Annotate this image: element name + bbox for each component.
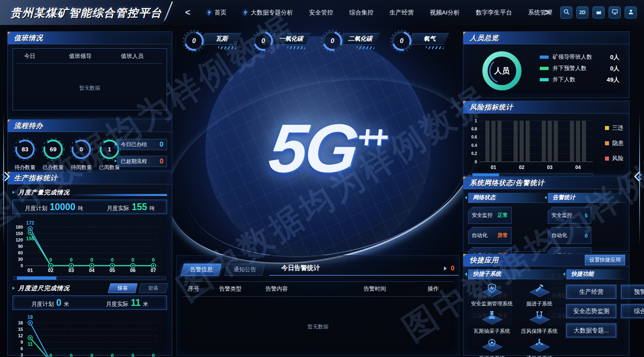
alarm-tab-告警信息[interactable]: 告警信息: [181, 264, 221, 276]
nav-item-label: 综合集控: [349, 9, 374, 17]
output-subheader: 月度产量完成情况: [12, 188, 167, 197]
legend-chip: [605, 126, 609, 130]
line-chart-svg: 0306090120150180010203040506071721550000…: [11, 217, 164, 274]
quick-function-大数据专题...[interactable]: 大数据专题...: [566, 324, 616, 337]
todo-ring-value: 69: [50, 146, 57, 153]
quick-function-综合集控[interactable]: 综合集控: [621, 304, 644, 318]
personnel-body: 人员 矿领导带班人数0人井下预警人数0人井下人数49人: [463, 44, 629, 97]
2d-button[interactable]: 2D: [576, 6, 588, 19]
network-status-subheader: 网络状态: [468, 193, 547, 203]
user-button[interactable]: [625, 6, 637, 19]
alarm-count-自动化: 自动化0: [548, 227, 591, 244]
svg-text:3: 3: [21, 353, 23, 357]
todo-ring-value: 0: [80, 146, 83, 153]
svg-text:11: 11: [28, 341, 33, 347]
todo-ring-value: 83: [22, 146, 29, 153]
nav-item-label: 大数据专题分析: [251, 9, 293, 17]
duty-table: 今日值班领导值班人员 暂无数据: [12, 48, 167, 110]
gauge-ticks-decoration: [357, 46, 374, 49]
alarm-empty-state: 暂无数据: [177, 323, 459, 330]
nav-item-3[interactable]: 安全管控: [309, 9, 333, 17]
alarm-tab-通知公告[interactable]: 通知公告: [224, 264, 265, 276]
personnel-legend: 矿领导带班人数0人井下预警人数0人井下人数49人: [540, 52, 619, 85]
gauge-ticks-decoration: [218, 46, 236, 49]
duty-column-header: 今日: [19, 53, 57, 60]
footage-plan-unit: 米: [64, 301, 69, 308]
quick-system-安全监测管理系统[interactable]: 安全监测管理系统: [468, 283, 516, 307]
quick-system-label: 掘进子系统: [516, 300, 563, 307]
quick-function-生产经营[interactable]: 生产经营: [566, 285, 616, 299]
footage-stats: 月度计划0米 月度实际11米: [12, 295, 167, 310]
dashboard: 5G++ 贵州某煤矿智能综合管控平台 < 首页大数据专题分析安全管控综合集控生产…: [0, 0, 644, 357]
bar-chart-svg: 00.20.40.60.8101020304: [467, 115, 595, 171]
system-name: 自动化: [472, 232, 487, 239]
quick-system-通风子系统[interactable]: 通风子系统: [516, 337, 563, 357]
svg-text:03: 03: [68, 268, 74, 273]
svg-text:0: 0: [111, 257, 114, 263]
subheader-arrow-icon: [12, 287, 15, 290]
nav-item-2[interactable]: 大数据专题分析: [243, 9, 293, 17]
footage-actual-value: 11: [131, 297, 140, 308]
duty-panel: 值班情况 今日值班领导值班人员 暂无数据: [7, 31, 172, 118]
gauge-一氧化碳: 0一氧化碳: [251, 29, 311, 53]
todo-ring: 69: [41, 137, 65, 161]
nav-item-4[interactable]: 综合集控: [349, 9, 374, 17]
quick-apps-panel: 快捷应用 设置快捷应用 快捷子系统 安全监测管理系统掘进子系统瓦斯抽采子系统压风…: [463, 254, 630, 356]
quick-function-安全态势监测[interactable]: 安全态势监测: [566, 304, 616, 318]
gas-gauges-row: 0瓦斯0一氧化碳0二氧化碳0氧气: [182, 29, 448, 53]
legend-value: 0人: [610, 54, 619, 61]
alarm-tabs: 告警信息通知公告: [182, 264, 269, 276]
risk-panel-header: 风险指标统计: [463, 101, 629, 113]
platform-logo: 贵州某煤矿智能综合管控平台: [0, 0, 182, 25]
left-collapse-handle[interactable]: [1, 169, 11, 185]
monitor-button[interactable]: [609, 6, 621, 19]
quick-system-瓦斯抽采子系统[interactable]: 瓦斯抽采子系统: [468, 310, 516, 335]
network-panel-title: 系统网络状态/告警统计: [470, 178, 545, 188]
nav-item-1[interactable]: 首页: [206, 9, 227, 17]
quick-function-预警管理[interactable]: 预警管理: [621, 285, 644, 299]
search-icon: [564, 9, 570, 16]
footage-tab-label: 煤巷: [118, 285, 128, 292]
quick-system-掘进子系统[interactable]: 掘进子系统: [516, 283, 563, 307]
svg-text:0: 0: [475, 160, 477, 164]
quick-systems-subheader: 快捷子系统: [468, 269, 563, 279]
output-chart-scrollbar[interactable]: [13, 276, 166, 280]
system-state: 正常: [497, 212, 508, 219]
system-state: 异常: [497, 232, 508, 239]
set-quick-apps-button[interactable]: 设置快捷应用: [585, 255, 625, 265]
search-button[interactable]: [560, 6, 572, 19]
output-actual-label: 月度实际: [107, 205, 129, 212]
network-status-自动化: 自动化异常: [468, 227, 512, 244]
svg-text:03: 03: [547, 165, 553, 170]
nav-item-5[interactable]: 生产经营: [390, 9, 414, 17]
todo-stat-label: 今日已办结: [121, 141, 147, 148]
today-alarm-label: 今日告警统计: [281, 264, 320, 272]
output-actual-value: 155: [132, 202, 147, 213]
personnel-legend-row: 井下人数49人: [540, 74, 619, 85]
risk-panel-title: 风险指标统计: [470, 103, 513, 112]
nav-item-6[interactable]: 视频AI分析: [430, 9, 460, 17]
orbit-swoosh-2: [174, 77, 478, 278]
mine-building-button[interactable]: [592, 6, 605, 19]
nav-item-7[interactable]: 数字孪生平台: [476, 9, 512, 17]
footage-plan-label: 月度计划: [31, 301, 54, 308]
alarm-count-value: 5: [585, 213, 588, 219]
output-plan-label: 月度计划: [25, 205, 47, 212]
right-collapse-handle[interactable]: [633, 169, 643, 185]
footage-plan-value: 0: [56, 297, 62, 308]
nav-back-caret[interactable]: <: [185, 7, 190, 18]
todo-stat-label: 已超期流程: [121, 158, 147, 165]
personnel-panel-header: 人员总览: [463, 32, 629, 44]
quick-system-压风保障子系统[interactable]: 压风保障子系统: [516, 310, 563, 335]
duty-table-header: 今日值班领导值班人员: [13, 49, 167, 63]
footage-tab-岩巷[interactable]: 岩巷: [138, 283, 168, 293]
bolt-icon: [243, 9, 248, 16]
risk-bar-chart: 00.20.40.60.8101020304: [467, 115, 597, 173]
system-name: 安全监控: [551, 212, 572, 219]
svg-text:0.4: 0.4: [471, 143, 477, 148]
scroll-thumb[interactable]: [17, 277, 56, 280]
nav-forward-caret[interactable]: >: [545, 7, 550, 18]
gauge-ring: 0: [320, 29, 345, 53]
footage-tab-煤巷[interactable]: 煤巷: [108, 283, 138, 293]
quick-system-采煤子系统[interactable]: 采煤子系统: [468, 337, 516, 357]
